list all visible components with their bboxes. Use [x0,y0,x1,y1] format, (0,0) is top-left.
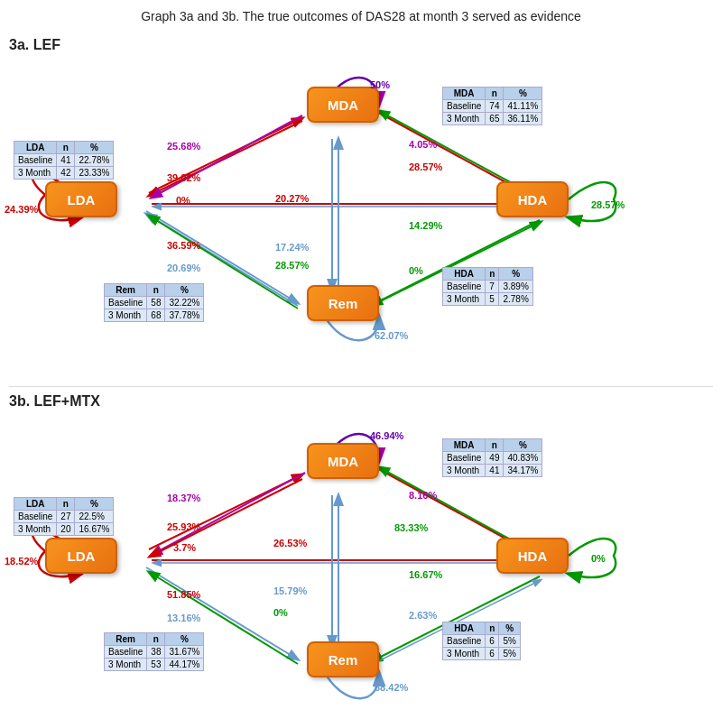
pct-mda-self-3a: 50% [370,79,390,90]
node-rem-3b: Rem [307,641,379,677]
table-rem-3b: Remn% Baseline3831.67% 3 Month5344.17% [104,632,204,671]
pct-rem-hda-3b: 0% [273,607,288,618]
pct-rem-mda-3a: 17.24% [275,242,309,253]
pct-rem-lda-3a: 20.69% [167,263,200,273]
node-mda-3b: MDA [307,443,379,479]
pct-lda-hda2-3b: 3.7% [173,542,196,553]
pct-lda-mda-3a: 25.68% [167,141,200,152]
svg-line-9 [152,115,302,198]
pct-mda-hda-3b: 8.16% [409,490,437,501]
section-3b-label: 3b. LEF+MTX [9,393,100,410]
pct-mda-rem-3b: 26.53% [273,538,307,548]
node-lda-3b: LDA [45,538,117,574]
graph-3b: 3b. LEF+MTX [0,389,722,728]
node-mda-3a: MDA [307,87,379,123]
section-divider [9,386,713,387]
pct-hda-mda-3a: 28.57% [409,161,442,172]
pct-rem-mda-3b: 15.79% [273,585,307,596]
table-hda-3b: HDAn% Baseline65% 3 Month65% [442,622,521,660]
pct-rem-hda2-3b: 2.63% [409,610,437,621]
pct-rem-hda-3a: 28.57% [275,260,309,271]
page-title: Graph 3a and 3b. The true outcomes of DA… [0,0,722,28]
node-hda-3b: HDA [496,538,569,574]
node-lda-3a: LDA [45,181,117,217]
pct-hda-self-3a: 28.57% [591,199,625,210]
pct-mda-self-3b: 46.94% [370,430,403,441]
pct-mda-lda-3b: 18.37% [167,493,200,503]
svg-line-1 [149,121,302,196]
node-hda-3a: HDA [496,181,569,217]
pct-lda-hda-3a: 0% [176,195,190,206]
section-3a-label: 3a. LEF [9,37,60,53]
pct-rem-lda2-3b: 13.16% [167,613,200,623]
pct-rem-self-3a: 62.07% [375,330,408,341]
pct-lda-mda-3b: 25.93% [167,521,200,532]
pct-lda-self-3b: 18.52% [5,556,38,567]
pct-hda-mda-3b: 83.33% [394,522,428,533]
pct-lda-self-3a: 24.39% [5,204,38,215]
table-lda-3b: LDAn% Baseline2722.5% 3 Month2016.67% [14,497,114,536]
graph-3a: 3a. LEF [0,32,722,384]
svg-line-22 [379,467,523,547]
table-lda-3a: LDAn% Baseline4122.78% 3 Month4223.33% [14,141,114,180]
pct-rem-hda2-3a: 0% [409,265,423,276]
table-hda-3a: HDAn% Baseline73.89% 3 Month52.78% [442,267,533,306]
table-mda-3b: MDAn% Baseline4940.83% 3 Month4134.17% [442,438,542,477]
pct-mda-lda-3a: 39.02% [167,172,200,183]
table-rem-3a: Remn% Baseline5832.22% 3 Month6837.78% [104,283,204,322]
table-mda-3a: MDAn% Baseline7441.11% 3 Month6536.11% [442,87,542,125]
pct-hda-lda2-3b: 51.85% [167,589,200,600]
pct-hda-self-3b: 0% [591,553,606,564]
pct-mda-rem-3a: 20.27% [275,193,309,204]
node-rem-3a: Rem [307,285,379,321]
pct-rem-self-3b: 68.42% [375,682,408,693]
pct-mda-hda-4a: 4.05% [409,139,437,150]
pct-hda-rem-3a: 14.29% [409,220,442,231]
pct-hda-lda-3a: 36.59% [167,240,200,251]
pct-hda-rem2-3b: 16.67% [409,569,442,580]
